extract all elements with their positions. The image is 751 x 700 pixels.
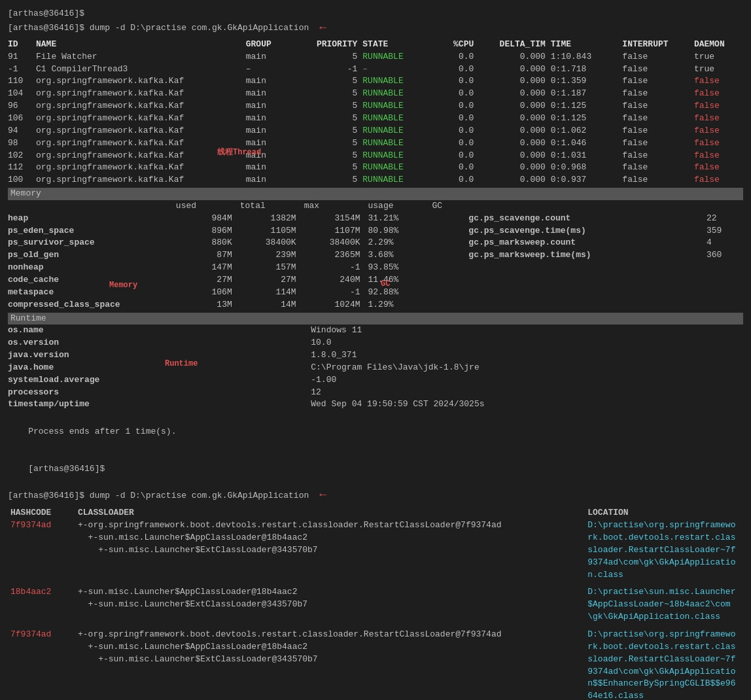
mem-used: 984M [176, 213, 240, 225]
thread-state: RUNNABLE [362, 51, 434, 63]
mem-name: nonheap [8, 262, 176, 274]
table-row: 94 org.springframework.kafka.Kaf main 5 … [8, 125, 743, 137]
thread-interrupt: false [622, 150, 694, 162]
dump-hashcode: 7f9374ad [8, 629, 78, 700]
mem-usage: 31.21% [368, 213, 432, 225]
thread-daemon: false [694, 162, 743, 174]
dump-classloader: +-org.springframework.boot.devtools.rest… [78, 629, 587, 700]
table-row: java.home C:\Program Files\Java\jdk-1.8\… [8, 362, 743, 374]
thread-daemon: true [694, 51, 743, 63]
table-row: 100 org.springframework.kafka.Kaf main 5… [8, 174, 743, 186]
thread-daemon: false [694, 100, 743, 113]
thread-id: 104 [8, 88, 36, 100]
thread-cpu: 0.0 [434, 162, 479, 174]
arrow-dump: ← [319, 486, 326, 503]
thread-state: RUNNABLE [362, 162, 434, 174]
arrow-dashboard: ← [319, 19, 326, 36]
thread-cpu: 0.0 [434, 137, 479, 150]
thread-state: RUNNABLE [362, 113, 434, 125]
mem-usage: 2.29% [368, 237, 432, 249]
mem-gc-key [468, 287, 707, 299]
mem-gc-label [432, 262, 468, 274]
table-row: heap 984M 1382M 3154M 31.21% gc.ps_scave… [8, 213, 743, 225]
mem-used: 880K [176, 237, 240, 249]
thread-priority: 5 [300, 162, 362, 174]
mem-gc-val: 359 [707, 225, 743, 237]
thread-interrupt: false [622, 63, 694, 76]
thread-interrupt: false [622, 162, 694, 174]
thread-annotation-label: 线程Thread [217, 147, 261, 158]
thread-group: main [246, 51, 300, 63]
thread-id: 96 [8, 100, 36, 113]
mem-gc-label [432, 237, 468, 249]
thread-priority: 5 [300, 75, 362, 88]
thread-priority: -1 [300, 63, 362, 76]
mem-usage: 93.85% [368, 262, 432, 274]
thread-name: File Watcher [36, 51, 246, 63]
thread-priority: 5 [300, 150, 362, 162]
table-row: -1 C1 CompilerThread3 – -1 – 0.0 0.000 0… [8, 63, 743, 76]
gc-annotation-label: GC [381, 279, 390, 290]
dashboard-cmd: [arthas@36416]$ dump -d D:\practise com.… [8, 22, 309, 35]
thread-group: main [246, 162, 300, 174]
table-row: 106 org.springframework.kafka.Kaf main 5… [8, 113, 743, 125]
thread-name: org.springframework.kafka.Kaf [36, 137, 246, 150]
mem-gc-key [468, 274, 707, 287]
table-row: 7f9374ad +-org.springframework.boot.devt… [8, 519, 743, 581]
thread-time: 0:1.359 [551, 75, 623, 88]
dump-classloader: +-org.springframework.boot.devtools.rest… [78, 519, 587, 581]
mem-max: 2365M [304, 249, 368, 262]
mem-used: 896M [176, 225, 240, 237]
col-cpu-header: %CPU [434, 39, 479, 51]
table-row: ps_survivor_space 880K 38400K 38400K 2.2… [8, 237, 743, 249]
col-state-header: STATE [362, 39, 434, 51]
thread-state: RUNNABLE [362, 150, 434, 162]
thread-group: main [246, 75, 300, 88]
prompt-line-1: [arthas@36416]$ [8, 8, 743, 20]
dump-cmd-text: [arthas@36416]$ dump -d D:\practise com.… [8, 490, 309, 502]
mem-name: ps_old_gen [8, 249, 176, 262]
col-priority-header: PRIORITY [300, 39, 362, 51]
prompt2: [arthas@36416]$ [28, 464, 105, 474]
mem-gc-key [468, 299, 707, 311]
mem-usage: 3.68% [368, 249, 432, 262]
thread-delta: 0.000 [479, 125, 551, 137]
table-row: 104 org.springframework.kafka.Kaf main 5… [8, 88, 743, 100]
table-row: timestamp/uptime Wed Sep 04 19:50:59 CST… [8, 398, 743, 411]
thread-daemon: false [694, 174, 743, 186]
thread-interrupt: false [622, 113, 694, 125]
thread-interrupt: false [622, 125, 694, 137]
thread-priority: 5 [300, 113, 362, 125]
thread-cpu: 0.0 [434, 75, 479, 88]
runtime-val: Windows 11 [311, 324, 743, 337]
thread-daemon: false [694, 150, 743, 162]
runtime-key: systemload.average [8, 374, 311, 387]
table-row: 91 File Watcher main 5 RUNNABLE 0.0 0.00… [8, 51, 743, 63]
runtime-annotation-label: Runtime [165, 359, 198, 370]
mem-max: -1 [304, 287, 368, 299]
col-id-header: ID [8, 39, 36, 51]
dump-col-classloader: CLASSLOADER [78, 507, 587, 519]
thread-time: 0:0.937 [551, 174, 623, 186]
thread-priority: 5 [300, 174, 362, 186]
runtime-key: os.name [8, 324, 311, 337]
runtime-val: Wed Sep 04 19:50:59 CST 2024/3025s [311, 398, 743, 411]
mem-max: -1 [304, 262, 368, 274]
thread-cpu: 0.0 [434, 174, 479, 186]
thread-name: org.springframework.kafka.Kaf [36, 75, 246, 88]
dump-col-location: LOCATION [587, 507, 743, 519]
dump-location: D:\practise\org.springframework.boot.dev… [587, 519, 743, 581]
thread-daemon: false [694, 75, 743, 88]
table-row: nonheap 147M 157M -1 93.85% [8, 262, 743, 274]
runtime-section: Runtime os.name Windows 11 os.version 10… [8, 313, 743, 411]
thread-name: org.springframework.kafka.Kaf [36, 174, 246, 186]
dashboard-header: ID NAME GROUP PRIORITY STATE %CPU DELTA_… [8, 39, 743, 186]
thread-daemon: false [694, 137, 743, 150]
runtime-val: 12 [311, 387, 743, 399]
mem-max: 1024M [304, 299, 368, 311]
thread-delta: 0.000 [479, 137, 551, 150]
thread-name: org.springframework.kafka.Kaf [36, 162, 246, 174]
mem-usage: 1.29% [368, 299, 432, 311]
table-row: 7f9374ad +-org.springframework.boot.devt… [8, 629, 743, 700]
mem-gc-key: gc.ps_marksweep.count [468, 237, 707, 249]
